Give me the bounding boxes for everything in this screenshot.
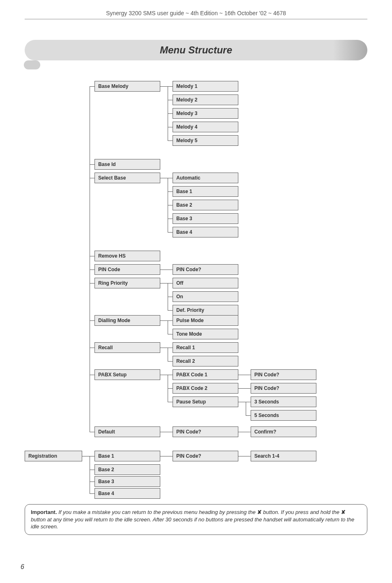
tree-line (160, 432, 173, 432)
tree-line (246, 415, 251, 416)
menu-item: Base 3 (95, 476, 160, 487)
tree-line (90, 178, 95, 178)
tree-line (168, 402, 173, 402)
title-ornament (24, 60, 40, 69)
menu-item: Dialling Mode (95, 315, 160, 326)
menu-subsubitem: Confirm? (251, 426, 316, 437)
tree-line (90, 283, 95, 283)
menu-subitem: Base 3 (173, 213, 238, 224)
menu-item: Base 2 (95, 464, 160, 475)
menu-item: Base Id (95, 159, 160, 170)
menu-item: Remove HS (95, 251, 160, 261)
tree-line (168, 388, 173, 389)
menu-subitem: On (173, 291, 238, 302)
menu-subitem: Melody 1 (173, 81, 238, 92)
menu-subitem: Pulse Mode (173, 315, 238, 326)
tree-line (160, 375, 168, 375)
important-text-1: If you make a mistake you can return to … (58, 509, 257, 515)
menu-subitem: Automatic (173, 173, 238, 183)
tree-line (90, 456, 95, 456)
tree-line (238, 402, 246, 402)
menu-subitem: Melody 2 (173, 94, 238, 105)
tree-line (160, 348, 168, 348)
tree-line (168, 348, 173, 348)
tree-line (90, 320, 95, 321)
tree-line (168, 191, 173, 192)
tree-line (90, 482, 95, 482)
menu-item: Default (95, 426, 160, 437)
menu-subitem: Recall 2 (173, 356, 238, 366)
tree-line (246, 402, 246, 415)
menu-subitem: Tone Mode (173, 329, 238, 339)
x-icon: ✘ (257, 509, 262, 515)
menu-subitem: Melody 3 (173, 108, 238, 119)
menu-subsubitem: 5 Seconds (251, 410, 316, 421)
tree-line (90, 470, 95, 470)
tree-line (238, 375, 251, 375)
menu-subitem: PABX Code 2 (173, 383, 238, 394)
tree-line (168, 100, 173, 100)
tree-line (168, 320, 168, 334)
tree-line (168, 178, 173, 178)
menu-subsubitem: PIN Code? (251, 383, 316, 394)
menu-subitem: Recall 1 (173, 342, 238, 353)
menu-subitem: PIN Code? (173, 426, 238, 437)
menu-subsubitem: Search 1-4 (251, 451, 316, 461)
tree-line (82, 456, 90, 456)
menu-subitem: Def. Priority (173, 305, 238, 316)
tree-line (160, 320, 168, 321)
important-lead: Important. (31, 509, 57, 515)
tree-line (90, 270, 95, 270)
menu-item: Recall (95, 342, 160, 353)
menu-subitem: Pause Setup (173, 396, 238, 407)
tree-line (90, 348, 95, 348)
tree-line (90, 256, 95, 256)
menu-item: PIN Code (95, 264, 160, 275)
section-title-bar: Menu Structure (25, 40, 367, 60)
important-note: Important. If you make a mistake you can… (25, 504, 367, 535)
tree-line (246, 402, 251, 402)
tree-line (90, 164, 95, 165)
menu-subitem: Base 1 (173, 186, 238, 197)
tree-line (90, 86, 90, 432)
menu-tree-diagram: Base Melody Base Id Select Base Remove H… (25, 81, 367, 492)
tree-line (90, 456, 90, 493)
tree-line (160, 283, 168, 283)
menu-item: PABX Setup (95, 369, 160, 380)
section-title: Menu Structure (160, 44, 232, 56)
menu-subsubitem: PIN Code? (251, 369, 316, 380)
tree-line (168, 141, 173, 141)
tree-line (168, 113, 173, 114)
tree-line (168, 297, 173, 297)
menu-subitem: Melody 5 (173, 135, 238, 146)
tree-line (90, 86, 95, 87)
menu-item: Ring Priority (95, 278, 160, 288)
tree-line (90, 375, 95, 375)
tree-line (168, 375, 173, 375)
tree-line (168, 310, 173, 311)
menu-root-registration: Registration (25, 451, 82, 461)
tree-line (168, 86, 173, 87)
tree-line (160, 178, 168, 178)
tree-line (168, 232, 173, 233)
doc-header: Synergy 3200 SMS user guide ~ 4th Editio… (0, 0, 392, 19)
tree-line (168, 334, 173, 334)
tree-line (238, 456, 251, 456)
tree-line (160, 456, 173, 456)
tree-line (168, 127, 173, 127)
menu-item: Base 1 (95, 451, 160, 461)
page-number: 6 (21, 563, 24, 571)
important-text-3: button at any time you will return to th… (31, 516, 354, 530)
x-icon: ✘ (341, 509, 346, 515)
tree-line (238, 388, 251, 389)
menu-subitem: PIN Code? (173, 451, 238, 461)
header-divider (25, 19, 367, 19)
tree-line (168, 348, 168, 361)
menu-subitem: PABX Code 1 (173, 369, 238, 380)
menu-subitem: Base 4 (173, 227, 238, 237)
tree-line (168, 283, 173, 283)
tree-line (160, 270, 173, 270)
menu-subitem: Off (173, 278, 238, 288)
tree-line (90, 493, 95, 494)
menu-subitem: Melody 4 (173, 122, 238, 132)
